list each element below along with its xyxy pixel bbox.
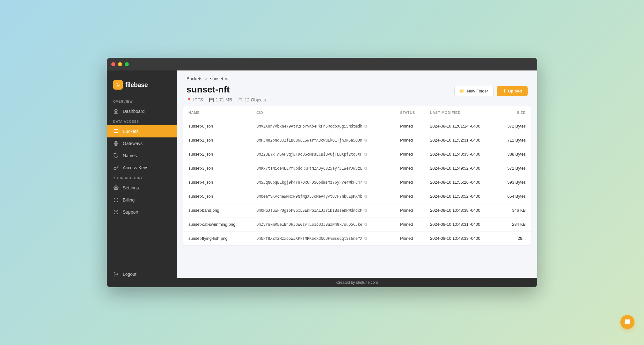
- sidebar-item-gateways-label: Gateways: [123, 141, 143, 146]
- chat-fab-button[interactable]: [620, 315, 634, 329]
- section-account-label: YOUR ACCOUNT: [107, 174, 177, 182]
- table-row[interactable]: sunset-cat-swimming.png QmZVYukmRLe1BhUH…: [183, 217, 531, 231]
- page-meta: 📍 IPFS 💾 1.71 MB 📋 12 Objects: [187, 97, 266, 102]
- sidebar-item-access-keys[interactable]: Access Keys: [107, 162, 177, 174]
- gear-icon: [113, 185, 119, 191]
- copy-cid-icon[interactable]: ⧉: [364, 208, 367, 213]
- copy-cid-icon[interactable]: ⧉: [364, 166, 367, 171]
- main-content: Buckets > sunset-nft sunset-nft 📍 IPFS 💾: [177, 70, 537, 287]
- sidebar-item-billing[interactable]: Billing: [107, 194, 177, 206]
- cell-modified: 2024-08-10 10:48:38 -0400: [425, 203, 497, 217]
- meta-protocol: 📍 IPFS: [187, 97, 203, 102]
- sidebar-item-settings-label: Settings: [123, 185, 139, 190]
- cid-value: QmZ2UEYxTAGAHyqjBF9qUScMssLCBiBvUjTLBXpf…: [256, 152, 362, 157]
- key-icon: [113, 165, 119, 171]
- sidebar-item-dashboard[interactable]: Dashboard: [107, 105, 177, 117]
- cell-cid: QmP3Wn2bNd3J2fLB886LESwarYA3cwuLkQ1Tjh3N…: [251, 133, 395, 147]
- sidebar-item-dashboard-label: Dashboard: [123, 109, 145, 114]
- minimize-button[interactable]: [118, 62, 122, 66]
- cell-size: 712 Bytes: [497, 133, 531, 147]
- table-row[interactable]: sunset-4.json QmS5qN6bqELkgj9k4Yn7Qx6FDS…: [183, 175, 531, 189]
- location-icon: 📍: [187, 98, 192, 102]
- copy-cid-icon[interactable]: ⧉: [364, 222, 367, 227]
- cell-name[interactable]: sunset-1.json: [183, 133, 251, 147]
- logo-area: 🗂 filebase: [107, 77, 177, 97]
- svg-point-5: [115, 187, 117, 188]
- page-header: sunset-nft 📍 IPFS 💾 1.71 MB 📋 12 Obje: [177, 83, 537, 106]
- svg-rect-0: [114, 129, 118, 132]
- new-folder-label: New Folder: [467, 89, 488, 93]
- cell-modified: 2024-08-10 11:55:26 -0400: [425, 175, 497, 189]
- cell-size: 284 KB: [497, 217, 531, 231]
- breadcrumb-parent[interactable]: Buckets: [187, 76, 202, 81]
- globe-icon: [113, 141, 119, 146]
- close-button[interactable]: [111, 62, 115, 66]
- upload-button[interactable]: ⬆ Upload: [497, 86, 528, 96]
- sidebar-item-buckets[interactable]: Buckets: [107, 125, 177, 137]
- size-icon: 💾: [209, 98, 214, 102]
- cid-value: QmRx7t1Nioe4LEPmubddRKFtNZADyC825ayrJ1We…: [256, 166, 362, 171]
- cell-size: 372 Bytes: [497, 119, 531, 133]
- objects-icon: 📋: [238, 98, 243, 102]
- upload-label: Upload: [508, 89, 522, 93]
- table-row[interactable]: sunset-1.json QmP3Wn2bNd3J2fLB886LESwarY…: [183, 133, 531, 147]
- footer-bar: Created by shotune.com: [177, 278, 537, 287]
- cell-name[interactable]: sunset-3.json: [183, 161, 251, 175]
- cell-cid: QmRx7t1Nioe4LEPmubddRKFtNZADyC825ayrJ1We…: [251, 161, 395, 175]
- table-row[interactable]: sunset-5.json QmQeaYVKvcheWMRxN9NfNgX5Jo…: [183, 189, 531, 203]
- cell-size: 346 KB: [497, 203, 531, 217]
- cell-name[interactable]: sunset-band.png: [183, 203, 251, 217]
- cell-name[interactable]: sunset-cat-swimming.png: [183, 217, 251, 231]
- app-body: 🗂 filebase OVERVIEW Dashboard DATA ACCES…: [107, 70, 537, 287]
- file-table: NAME CID STATUS LAST MODIFIED SIZE sunse…: [183, 106, 531, 245]
- table-header-row: NAME CID STATUS LAST MODIFIED SIZE: [183, 106, 531, 119]
- tag-icon: [113, 153, 119, 158]
- cell-size: 28...: [497, 231, 531, 246]
- sidebar-item-names[interactable]: Names: [107, 150, 177, 162]
- cell-modified: 2024-08-10 10:48:31 -0400: [425, 217, 497, 231]
- breadcrumb: Buckets > sunset-nft: [177, 70, 537, 83]
- cell-status: Pinned: [395, 119, 425, 133]
- cid-value: QmQeaYVKvcheWMRxN9NfNgX5JoMeA4yvtU7FYmbu…: [256, 194, 362, 199]
- table-row[interactable]: sunset-band.png QmQHGJTuwFPUgzoP8GxLSEnP…: [183, 203, 531, 217]
- cell-name[interactable]: sunset-2.json: [183, 147, 251, 161]
- cell-name[interactable]: sunset-flying-fish.png: [183, 231, 251, 246]
- table-head: NAME CID STATUS LAST MODIFIED SIZE: [183, 106, 531, 119]
- sidebar-item-support-label: Support: [123, 209, 138, 215]
- upload-icon: ⬆: [502, 89, 506, 93]
- cid-value: QmQHGJTuwFPUgzoP8GxLSEnPG1ALJJYiD1BsseDH…: [256, 208, 362, 213]
- table-row[interactable]: sunset-flying-fish.png QmNPf8XZm2Hzxo5WJ…: [183, 231, 531, 246]
- copy-cid-icon[interactable]: ⧉: [364, 124, 367, 128]
- logout-icon: [113, 271, 119, 277]
- copy-cid-icon[interactable]: ⧉: [364, 180, 367, 185]
- cell-name[interactable]: sunset-4.json: [183, 175, 251, 189]
- cell-status: Pinned: [395, 231, 425, 246]
- copy-cid-icon[interactable]: ⧉: [364, 194, 367, 199]
- cell-cid: QmS5qN6bqELkgj9k4Yn7Qx6FDSQpdmsmzY6yFVe4…: [251, 175, 395, 189]
- section-data-access-label: DATA ACCESS: [107, 117, 177, 125]
- copy-cid-icon[interactable]: ⧉: [364, 152, 367, 157]
- table-row[interactable]: sunset-3.json QmRx7t1Nioe4LEPmubddRKFtNZ…: [183, 161, 531, 175]
- cell-status: Pinned: [395, 217, 425, 231]
- sidebar-item-settings[interactable]: Settings: [107, 182, 177, 194]
- maximize-button[interactable]: [125, 62, 129, 66]
- sidebar-item-gateways[interactable]: Gateways: [107, 137, 177, 150]
- header-actions: 📁 New Folder ⬆ Upload: [454, 84, 528, 96]
- cid-value: QmNPf8XZm2Hzxo5WJXPkTMRKSckdNQUFvmsoqqtS…: [256, 236, 362, 241]
- cell-name[interactable]: sunset-5.json: [183, 189, 251, 203]
- size-value: 1.71 MB: [216, 97, 232, 102]
- sidebar-item-support[interactable]: Support: [107, 206, 177, 218]
- table-row[interactable]: sunset-0.json QmVZXUnVvbkn479Atr2HoPvKb4…: [183, 119, 531, 133]
- logo-text: filebase: [125, 81, 148, 89]
- copy-cid-icon[interactable]: ⧉: [364, 236, 367, 241]
- cell-size: 572 Bytes: [497, 161, 531, 175]
- table-row[interactable]: sunset-2.json QmZ2UEYxTAGAHyqjBF9qUScMss…: [183, 147, 531, 161]
- cell-status: Pinned: [395, 189, 425, 203]
- cell-modified: 2024-08-10 11:32:31 -0400: [425, 133, 497, 147]
- page-title: sunset-nft: [187, 84, 266, 95]
- logout-button[interactable]: Logout: [107, 268, 177, 281]
- copy-cid-icon[interactable]: ⧉: [364, 138, 367, 143]
- new-folder-button[interactable]: 📁 New Folder: [454, 86, 493, 96]
- logo-icon: 🗂: [113, 80, 123, 90]
- cell-name[interactable]: sunset-0.json: [183, 119, 251, 133]
